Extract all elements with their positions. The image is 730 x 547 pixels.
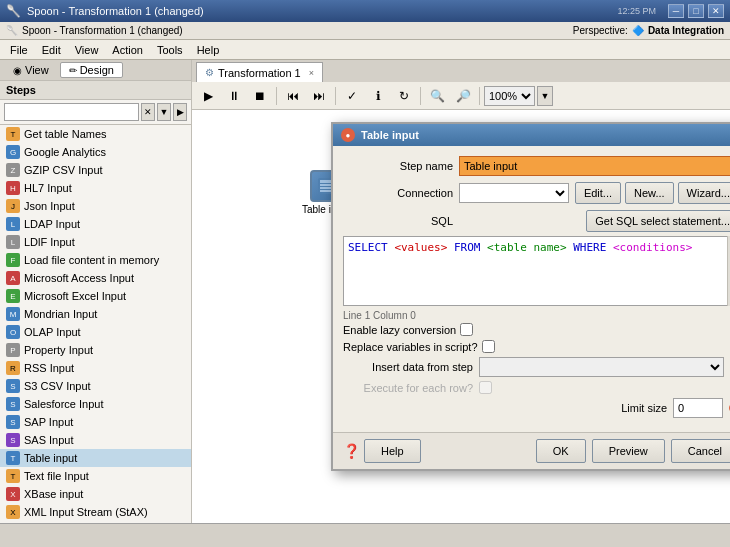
step-label: Json Input [24,200,75,212]
list-item[interactable]: F Load file content in memory [0,251,191,269]
insert-data-select[interactable] [479,357,724,377]
new-connection-button[interactable]: New... [625,182,674,204]
status-line: Line 1 Column 0 [343,310,730,321]
step-label: Microsoft Excel Input [24,290,126,302]
sql-label: SQL [343,215,453,227]
list-item[interactable]: A Microsoft Access Input [0,269,191,287]
menu-bar: File Edit View Action Tools Help [0,40,730,60]
close-button[interactable]: ✕ [708,4,724,18]
canvas-tab[interactable]: ⚙ Transformation 1 × [196,62,323,82]
step-icon: E [6,289,20,303]
steps-header: Steps [0,81,191,100]
step-label: XBase input [24,488,83,500]
steps-search-input[interactable] [4,103,139,121]
menu-action[interactable]: Action [106,43,149,57]
preview-button[interactable]: Preview [592,439,665,463]
search-clear-button[interactable]: ✕ [141,103,155,121]
list-item[interactable]: O OLAP Input [0,323,191,341]
step-label: SAS Input [24,434,74,446]
connection-row: Connection Edit... New... Wizard... [343,182,730,204]
step-label: SAP Input [24,416,73,428]
help-icon: ❓ [343,443,360,459]
list-item[interactable]: X XML Input Stream (StAX) [0,503,191,521]
list-item[interactable]: M Mondrian Input [0,305,191,323]
list-item[interactable]: S Salesforce Input [0,395,191,413]
step-name-input[interactable] [459,156,730,176]
zoom-select[interactable]: 100% [484,86,535,106]
menu-tools[interactable]: Tools [151,43,189,57]
list-item[interactable]: S SAP Input [0,413,191,431]
info-button[interactable]: ℹ [366,85,390,107]
check-button[interactable]: ✓ [340,85,364,107]
collapse-all-button[interactable]: ▼ [157,103,171,121]
list-item[interactable]: T Table input [0,449,191,467]
design-tab[interactable]: ✏ Design [60,62,123,78]
expand-all-button[interactable]: ▶ [173,103,187,121]
step-icon: S [6,397,20,411]
zoom-out-button[interactable]: 🔎 [451,85,475,107]
get-sql-button[interactable]: Get SQL select statement... [586,210,730,232]
sql-where-kw: WHERE [573,241,606,254]
list-item[interactable]: G Google Analytics [0,143,191,161]
stop-button[interactable]: ⏹ [248,85,272,107]
step-icon: J [6,199,20,213]
connection-label: Connection [343,187,453,199]
zoom-in-button[interactable]: 🔍 [425,85,449,107]
view-tab[interactable]: ◉ View [4,62,58,78]
maximize-button[interactable]: □ [688,4,704,18]
dialog-titlebar: ● Table input [333,124,730,146]
help-button[interactable]: Help [364,439,421,463]
wizard-button[interactable]: Wizard... [678,182,730,204]
bottom-status-bar [0,523,730,547]
pause-button[interactable]: ⏸ [222,85,246,107]
list-item[interactable]: Z GZIP CSV Input [0,161,191,179]
footer-buttons: OK Preview Cancel [536,439,730,463]
cancel-button[interactable]: Cancel [671,439,730,463]
separator [276,87,277,105]
minimize-button[interactable]: ─ [668,4,684,18]
sql-area[interactable]: SELECT <values> FROM <table name> WHERE … [343,236,730,306]
zoom-dropdown-button[interactable]: ▼ [537,86,553,106]
list-item[interactable]: J Json Input [0,197,191,215]
menu-help[interactable]: Help [191,43,226,57]
refresh-button[interactable]: ↻ [392,85,416,107]
step-icon: S [6,415,20,429]
run-button[interactable]: ▶ [196,85,220,107]
sql-select-kw: SELECT [348,241,388,254]
step-icon: X [6,505,20,519]
list-item[interactable]: S S3 CSV Input [0,377,191,395]
canvas-tab-area: ⚙ Transformation 1 × ▶ ⏸ ⏹ ⏮ ⏭ ✓ ℹ ↻ 🔍 🔎 [192,60,730,110]
list-item[interactable]: T Get table Names [0,125,191,143]
lazy-conversion-label: Enable lazy conversion [343,324,456,336]
step-label: Text file Input [24,470,89,482]
list-item[interactable]: L LDlF Input [0,233,191,251]
list-item[interactable]: E Microsoft Excel Input [0,287,191,305]
steps-search-area: ✕ ▼ ▶ [0,100,191,125]
insert-data-row: Insert data from step ▼ [343,357,730,377]
menu-view[interactable]: View [69,43,105,57]
list-item[interactable]: R RSS Input [0,359,191,377]
tab-close-icon[interactable]: × [309,68,314,78]
limit-input[interactable] [673,398,723,418]
step-icon: X [6,487,20,501]
next-button[interactable]: ⏭ [307,85,331,107]
edit-connection-button[interactable]: Edit... [575,182,621,204]
list-item[interactable]: X XBase input [0,485,191,503]
list-item[interactable]: L LDAP Input [0,215,191,233]
connection-select[interactable] [459,183,569,203]
replace-variables-checkbox[interactable] [482,340,495,353]
menu-edit[interactable]: Edit [36,43,67,57]
lazy-conversion-checkbox[interactable] [460,323,473,336]
list-item[interactable]: S SAS Input [0,431,191,449]
menu-file[interactable]: File [4,43,34,57]
step-name-row: Step name [343,156,730,176]
prev-button[interactable]: ⏮ [281,85,305,107]
step-icon: R [6,361,20,375]
list-item[interactable]: T Text file Input [0,467,191,485]
ok-button[interactable]: OK [536,439,586,463]
separator [335,87,336,105]
list-item[interactable]: H HL7 Input [0,179,191,197]
lazy-conversion-checkbox-row: Enable lazy conversion [343,323,473,336]
list-item[interactable]: P Property Input [0,341,191,359]
list-item[interactable]: Y Yaml Input [0,521,191,523]
